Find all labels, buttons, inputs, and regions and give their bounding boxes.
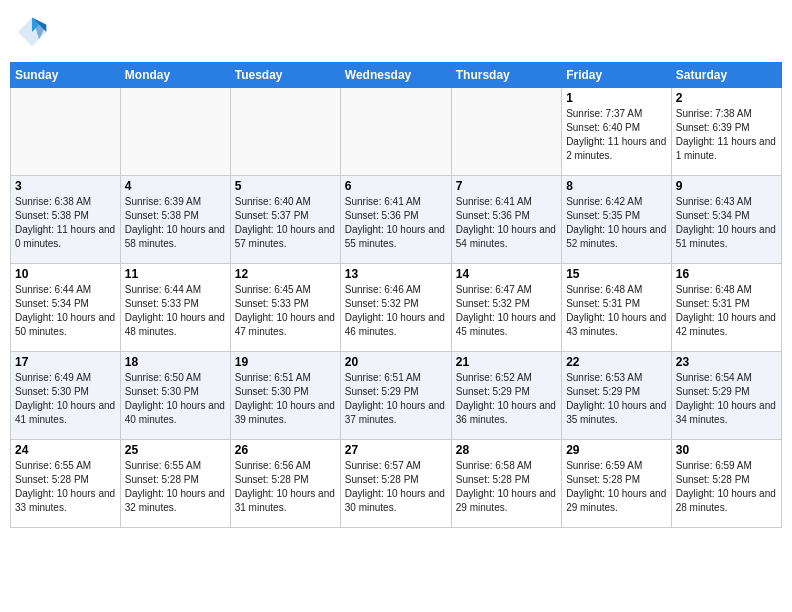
- calendar-cell: 14Sunrise: 6:47 AM Sunset: 5:32 PM Dayli…: [451, 264, 561, 352]
- calendar-cell: 4Sunrise: 6:39 AM Sunset: 5:38 PM Daylig…: [120, 176, 230, 264]
- day-number: 9: [676, 179, 777, 193]
- day-info: Sunrise: 6:45 AM Sunset: 5:33 PM Dayligh…: [235, 283, 336, 339]
- day-info: Sunrise: 6:59 AM Sunset: 5:28 PM Dayligh…: [566, 459, 667, 515]
- day-info: Sunrise: 6:38 AM Sunset: 5:38 PM Dayligh…: [15, 195, 116, 251]
- calendar-cell: 8Sunrise: 6:42 AM Sunset: 5:35 PM Daylig…: [562, 176, 672, 264]
- calendar-cell: 28Sunrise: 6:58 AM Sunset: 5:28 PM Dayli…: [451, 440, 561, 528]
- calendar-cell: [451, 88, 561, 176]
- day-number: 1: [566, 91, 667, 105]
- day-number: 24: [15, 443, 116, 457]
- day-info: Sunrise: 6:58 AM Sunset: 5:28 PM Dayligh…: [456, 459, 557, 515]
- calendar-header-row: SundayMondayTuesdayWednesdayThursdayFrid…: [11, 63, 782, 88]
- day-info: Sunrise: 6:40 AM Sunset: 5:37 PM Dayligh…: [235, 195, 336, 251]
- day-info: Sunrise: 6:47 AM Sunset: 5:32 PM Dayligh…: [456, 283, 557, 339]
- weekday-header: Monday: [120, 63, 230, 88]
- day-info: Sunrise: 6:51 AM Sunset: 5:30 PM Dayligh…: [235, 371, 336, 427]
- calendar-cell: 12Sunrise: 6:45 AM Sunset: 5:33 PM Dayli…: [230, 264, 340, 352]
- day-number: 8: [566, 179, 667, 193]
- day-number: 22: [566, 355, 667, 369]
- day-number: 19: [235, 355, 336, 369]
- calendar-cell: 23Sunrise: 6:54 AM Sunset: 5:29 PM Dayli…: [671, 352, 781, 440]
- day-number: 30: [676, 443, 777, 457]
- weekday-header: Tuesday: [230, 63, 340, 88]
- day-info: Sunrise: 6:54 AM Sunset: 5:29 PM Dayligh…: [676, 371, 777, 427]
- calendar-cell: 3Sunrise: 6:38 AM Sunset: 5:38 PM Daylig…: [11, 176, 121, 264]
- weekday-header: Wednesday: [340, 63, 451, 88]
- day-number: 4: [125, 179, 226, 193]
- weekday-header: Saturday: [671, 63, 781, 88]
- day-info: Sunrise: 6:41 AM Sunset: 5:36 PM Dayligh…: [345, 195, 447, 251]
- calendar-week-row: 17Sunrise: 6:49 AM Sunset: 5:30 PM Dayli…: [11, 352, 782, 440]
- day-info: Sunrise: 6:53 AM Sunset: 5:29 PM Dayligh…: [566, 371, 667, 427]
- day-info: Sunrise: 6:55 AM Sunset: 5:28 PM Dayligh…: [125, 459, 226, 515]
- calendar-cell: [340, 88, 451, 176]
- day-number: 20: [345, 355, 447, 369]
- day-info: Sunrise: 7:38 AM Sunset: 6:39 PM Dayligh…: [676, 107, 777, 163]
- calendar-cell: 7Sunrise: 6:41 AM Sunset: 5:36 PM Daylig…: [451, 176, 561, 264]
- calendar-cell: 18Sunrise: 6:50 AM Sunset: 5:30 PM Dayli…: [120, 352, 230, 440]
- calendar-cell: 15Sunrise: 6:48 AM Sunset: 5:31 PM Dayli…: [562, 264, 672, 352]
- logo-icon: [14, 14, 50, 50]
- logo: [14, 14, 54, 50]
- day-number: 23: [676, 355, 777, 369]
- day-number: 15: [566, 267, 667, 281]
- day-info: Sunrise: 6:42 AM Sunset: 5:35 PM Dayligh…: [566, 195, 667, 251]
- day-number: 2: [676, 91, 777, 105]
- calendar-week-row: 3Sunrise: 6:38 AM Sunset: 5:38 PM Daylig…: [11, 176, 782, 264]
- day-info: Sunrise: 6:57 AM Sunset: 5:28 PM Dayligh…: [345, 459, 447, 515]
- calendar-cell: 22Sunrise: 6:53 AM Sunset: 5:29 PM Dayli…: [562, 352, 672, 440]
- calendar-cell: 30Sunrise: 6:59 AM Sunset: 5:28 PM Dayli…: [671, 440, 781, 528]
- calendar-cell: 24Sunrise: 6:55 AM Sunset: 5:28 PM Dayli…: [11, 440, 121, 528]
- day-info: Sunrise: 6:48 AM Sunset: 5:31 PM Dayligh…: [566, 283, 667, 339]
- day-number: 14: [456, 267, 557, 281]
- calendar-week-row: 24Sunrise: 6:55 AM Sunset: 5:28 PM Dayli…: [11, 440, 782, 528]
- day-number: 17: [15, 355, 116, 369]
- weekday-header: Friday: [562, 63, 672, 88]
- day-info: Sunrise: 6:50 AM Sunset: 5:30 PM Dayligh…: [125, 371, 226, 427]
- day-number: 26: [235, 443, 336, 457]
- calendar-cell: 5Sunrise: 6:40 AM Sunset: 5:37 PM Daylig…: [230, 176, 340, 264]
- day-number: 25: [125, 443, 226, 457]
- day-info: Sunrise: 6:46 AM Sunset: 5:32 PM Dayligh…: [345, 283, 447, 339]
- day-number: 16: [676, 267, 777, 281]
- calendar-cell: 29Sunrise: 6:59 AM Sunset: 5:28 PM Dayli…: [562, 440, 672, 528]
- calendar-cell: [230, 88, 340, 176]
- calendar-cell: [11, 88, 121, 176]
- day-info: Sunrise: 6:51 AM Sunset: 5:29 PM Dayligh…: [345, 371, 447, 427]
- day-number: 11: [125, 267, 226, 281]
- day-info: Sunrise: 7:37 AM Sunset: 6:40 PM Dayligh…: [566, 107, 667, 163]
- day-number: 21: [456, 355, 557, 369]
- day-info: Sunrise: 6:59 AM Sunset: 5:28 PM Dayligh…: [676, 459, 777, 515]
- day-info: Sunrise: 6:55 AM Sunset: 5:28 PM Dayligh…: [15, 459, 116, 515]
- day-number: 7: [456, 179, 557, 193]
- calendar-cell: 25Sunrise: 6:55 AM Sunset: 5:28 PM Dayli…: [120, 440, 230, 528]
- calendar-cell: 26Sunrise: 6:56 AM Sunset: 5:28 PM Dayli…: [230, 440, 340, 528]
- calendar-cell: 20Sunrise: 6:51 AM Sunset: 5:29 PM Dayli…: [340, 352, 451, 440]
- calendar-cell: 10Sunrise: 6:44 AM Sunset: 5:34 PM Dayli…: [11, 264, 121, 352]
- calendar-cell: 21Sunrise: 6:52 AM Sunset: 5:29 PM Dayli…: [451, 352, 561, 440]
- day-number: 6: [345, 179, 447, 193]
- calendar-cell: 6Sunrise: 6:41 AM Sunset: 5:36 PM Daylig…: [340, 176, 451, 264]
- calendar-cell: 19Sunrise: 6:51 AM Sunset: 5:30 PM Dayli…: [230, 352, 340, 440]
- day-number: 18: [125, 355, 226, 369]
- day-number: 12: [235, 267, 336, 281]
- weekday-header: Sunday: [11, 63, 121, 88]
- weekday-header: Thursday: [451, 63, 561, 88]
- calendar-cell: 1Sunrise: 7:37 AM Sunset: 6:40 PM Daylig…: [562, 88, 672, 176]
- day-number: 28: [456, 443, 557, 457]
- day-info: Sunrise: 6:56 AM Sunset: 5:28 PM Dayligh…: [235, 459, 336, 515]
- calendar-cell: 2Sunrise: 7:38 AM Sunset: 6:39 PM Daylig…: [671, 88, 781, 176]
- day-number: 29: [566, 443, 667, 457]
- day-number: 27: [345, 443, 447, 457]
- calendar-cell: 11Sunrise: 6:44 AM Sunset: 5:33 PM Dayli…: [120, 264, 230, 352]
- calendar-week-row: 10Sunrise: 6:44 AM Sunset: 5:34 PM Dayli…: [11, 264, 782, 352]
- page-header: [10, 10, 782, 54]
- calendar-cell: 16Sunrise: 6:48 AM Sunset: 5:31 PM Dayli…: [671, 264, 781, 352]
- day-info: Sunrise: 6:43 AM Sunset: 5:34 PM Dayligh…: [676, 195, 777, 251]
- calendar-cell: 17Sunrise: 6:49 AM Sunset: 5:30 PM Dayli…: [11, 352, 121, 440]
- day-info: Sunrise: 6:44 AM Sunset: 5:33 PM Dayligh…: [125, 283, 226, 339]
- day-number: 10: [15, 267, 116, 281]
- day-number: 5: [235, 179, 336, 193]
- calendar-cell: 9Sunrise: 6:43 AM Sunset: 5:34 PM Daylig…: [671, 176, 781, 264]
- calendar-cell: 27Sunrise: 6:57 AM Sunset: 5:28 PM Dayli…: [340, 440, 451, 528]
